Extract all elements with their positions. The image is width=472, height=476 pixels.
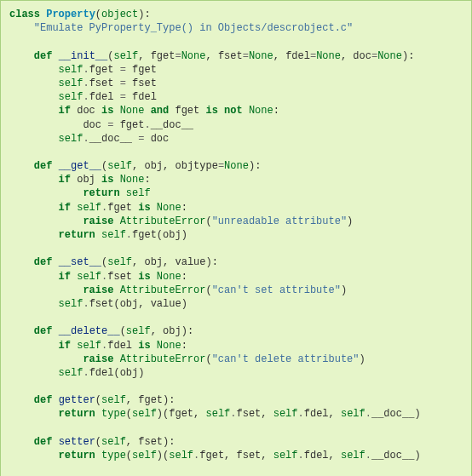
method-getter: getter (59, 394, 95, 406)
method-setter: setter (59, 436, 95, 448)
method-init: __init__ (59, 50, 108, 62)
docstring: "Emulate PyProperty_Type() in Objects/de… (34, 22, 353, 34)
method-get: __get__ (59, 160, 101, 172)
builtin-object: object (101, 9, 138, 20)
class-name: Property (46, 9, 95, 20)
method-delete: __delete__ (59, 325, 120, 337)
code-block: class Property(object): "Emulate PyPrope… (0, 0, 472, 476)
method-set: __set__ (59, 256, 101, 268)
kw-class: class (9, 9, 40, 20)
